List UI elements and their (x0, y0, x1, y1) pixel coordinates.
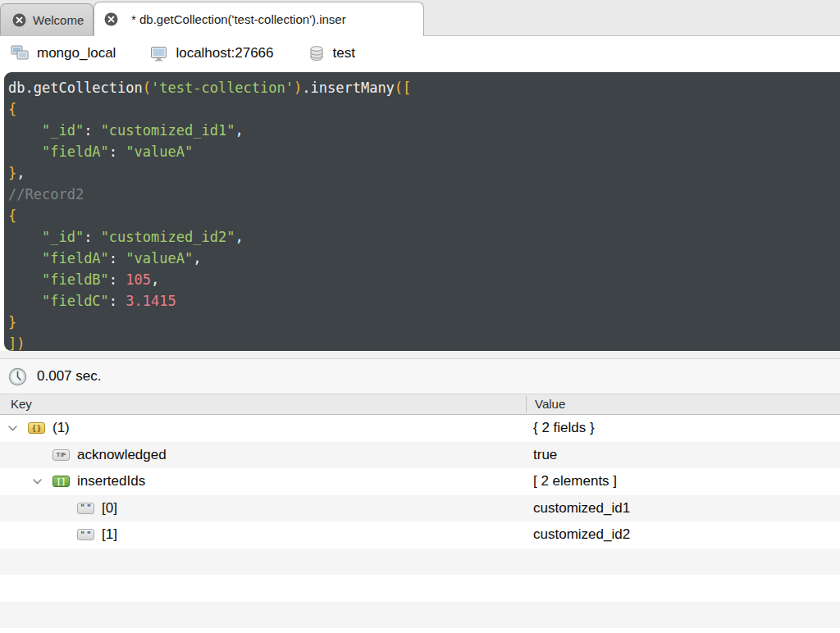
column-divider[interactable] (526, 396, 527, 412)
result-tree: { }(1){ 2 fields }T/Facknowledgedtrue[ ]… (0, 415, 840, 633)
empty-row (0, 628, 840, 633)
empty-row (0, 549, 840, 576)
connection-toolbar: mongo_local localhost:27666 test (0, 36, 840, 71)
column-header-value[interactable]: Value (535, 397, 565, 411)
row-value: [ 2 elements ] (533, 468, 617, 495)
object-type-icon: { } (28, 422, 45, 434)
boolean-type-icon: T/F (52, 449, 70, 461)
string-type-icon: " " (77, 503, 94, 514)
code-line: }, (8, 162, 840, 184)
code-line: "fieldB": 105, (8, 269, 840, 290)
tab-bar: Welcome * db.getCollection('test-collect… (0, 0, 840, 36)
panel-divider (0, 351, 840, 359)
code-line: "fieldA": "valueA", (8, 248, 840, 269)
column-header-key[interactable]: Key (11, 397, 32, 411)
code-line: "fieldC": 3.1415 (8, 290, 840, 312)
row-value: true (533, 442, 557, 469)
table-row[interactable]: T/Facknowledgedtrue (0, 442, 840, 469)
code-line: "_id": "customized_id1", (8, 120, 840, 141)
host-icon (150, 46, 167, 61)
tab-query-label: * db.getCollection('test-collection').in… (131, 12, 346, 26)
chevron-down-icon[interactable] (31, 479, 52, 485)
connection-icon (11, 45, 29, 61)
row-value: { 2 fields } (533, 415, 595, 442)
result-table-header: Key Value (0, 394, 840, 415)
tab-query[interactable]: * db.getCollection('test-collection').in… (94, 2, 424, 36)
table-row[interactable]: { }(1){ 2 fields } (0, 415, 840, 442)
close-icon[interactable] (12, 13, 26, 27)
table-row[interactable]: [ ]insertedIds[ 2 elements ] (0, 468, 840, 495)
tab-welcome-label: Welcome (33, 13, 84, 27)
empty-row (0, 602, 840, 629)
code-line: } (8, 312, 840, 333)
empty-row (0, 575, 840, 602)
row-key: [0] (102, 500, 117, 517)
row-value: customized_id2 (533, 521, 630, 549)
database-name: test (333, 45, 355, 61)
tab-welcome[interactable]: Welcome (0, 3, 94, 35)
execution-time: 0.007 sec. (37, 368, 101, 385)
clock-icon (8, 367, 27, 386)
table-row[interactable]: " "[1]customized_id2 (0, 521, 840, 549)
code-line: { (8, 205, 840, 226)
chevron-down-icon[interactable] (7, 426, 28, 431)
code-line: db.getCollection('test-collection').inse… (8, 77, 840, 98)
string-type-icon: " " (77, 529, 94, 540)
table-row[interactable]: " "[0]customized_id1 (0, 495, 840, 522)
close-icon[interactable] (104, 12, 118, 26)
row-key: acknowledged (77, 447, 167, 463)
host-address: localhost:27666 (176, 45, 273, 61)
execution-time-bar: 0.007 sec. (0, 359, 840, 394)
code-line: "fieldA": "valueA" (8, 141, 840, 162)
row-key: insertedIds (77, 473, 145, 490)
code-line: { (8, 98, 840, 120)
array-type-icon: [ ] (52, 476, 70, 487)
row-value: customized_id1 (533, 495, 630, 522)
code-line: //Record2 (8, 184, 840, 205)
query-editor[interactable]: db.getCollection('test-collection').inse… (4, 72, 840, 351)
row-key: [1] (102, 526, 117, 543)
row-key: (1) (52, 420, 70, 436)
database-icon (308, 45, 325, 61)
connection-name: mongo_local (37, 45, 116, 61)
code-line: "_id": "customized_id2", (8, 226, 840, 248)
